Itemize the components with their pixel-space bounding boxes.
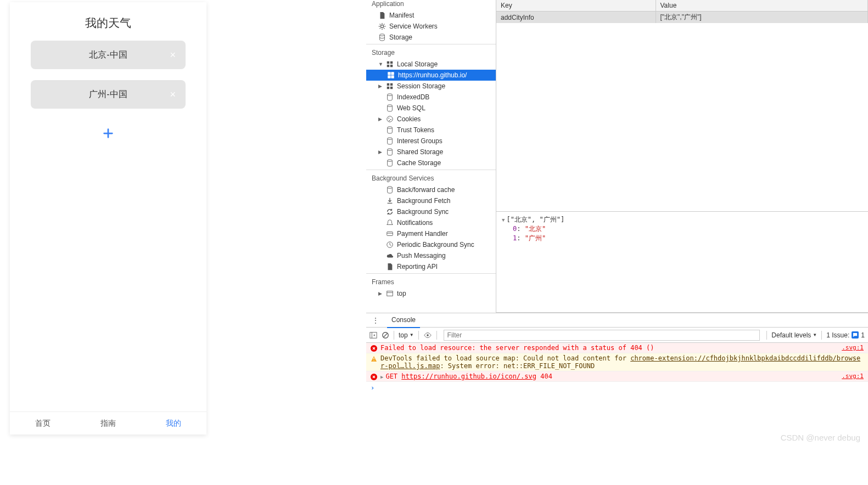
- tree-item-reporting-api[interactable]: Reporting API: [366, 261, 496, 272]
- clear-console-icon[interactable]: [382, 331, 389, 339]
- tree-item-cookies[interactable]: ▶ Cookies: [366, 114, 496, 125]
- svg-point-24: [388, 187, 393, 189]
- add-city-button[interactable]: [31, 127, 186, 141]
- city-card[interactable]: 广州-中国 ×: [31, 80, 186, 109]
- city-card[interactable]: 北京-中国 ×: [31, 41, 186, 69]
- tree-item-trust-tokens[interactable]: Trust Tokens: [366, 125, 496, 136]
- section-frames: Frames: [366, 275, 496, 288]
- svg-point-0: [380, 25, 383, 27]
- close-icon[interactable]: ×: [170, 89, 176, 99]
- storage-table-view: Key Value addCityInfo ["北京","广州"]: [496, 0, 868, 212]
- svg-rect-7: [391, 72, 394, 75]
- tab-console[interactable]: Console: [387, 313, 420, 328]
- database-icon: [378, 33, 386, 41]
- svg-rect-8: [388, 76, 390, 78]
- section-storage: Storage: [366, 46, 496, 59]
- tree-item-interest-groups[interactable]: Interest Groups: [366, 136, 496, 146]
- svg-rect-4: [387, 65, 389, 67]
- chevron-right-icon[interactable]: ▶: [380, 374, 383, 380]
- chevron-down-icon: ▼: [410, 332, 414, 337]
- log-row-error[interactable]: Failed to load resource: the server resp…: [366, 343, 868, 353]
- tree-item-service-workers[interactable]: Service Workers: [366, 21, 496, 32]
- tree-item-periodic-bg-sync[interactable]: Periodic Background Sync: [366, 239, 496, 250]
- close-icon[interactable]: ×: [170, 50, 176, 60]
- svg-point-15: [388, 105, 393, 107]
- database-icon: [386, 104, 394, 112]
- svg-rect-27: [387, 291, 393, 296]
- database-icon: [386, 148, 394, 156]
- tree-item-cache-storage[interactable]: Cache Storage: [366, 157, 496, 168]
- svg-point-30: [427, 334, 429, 336]
- request-url-link[interactable]: https://runhuo.github.io/icon/.svg: [401, 373, 536, 380]
- svg-point-17: [388, 117, 389, 119]
- log-message: ▶GET https://runhuo.github.io/icon/.svg …: [380, 373, 838, 380]
- eye-icon[interactable]: [423, 331, 432, 339]
- tree-item-push-messaging[interactable]: Push Messaging: [366, 250, 496, 261]
- tree-item-bg-sync[interactable]: Background Sync: [366, 206, 496, 217]
- svg-point-20: [388, 127, 393, 129]
- city-list: 北京-中国 × 广州-中国 ×: [10, 41, 206, 411]
- bell-icon: [386, 219, 394, 227]
- col-key[interactable]: Key: [496, 0, 656, 12]
- fetch-icon: [386, 197, 394, 205]
- log-row-warning[interactable]: DevTools failed to load source map: Coul…: [366, 353, 868, 371]
- document-icon: [378, 12, 386, 19]
- cell-key: addCityInfo: [496, 12, 656, 24]
- tree-item-notifications[interactable]: Notifications: [366, 217, 496, 228]
- svg-point-23: [388, 160, 393, 162]
- card-icon: [386, 230, 394, 238]
- svg-point-1: [380, 34, 385, 36]
- tree-item-payment-handler[interactable]: Payment Handler: [366, 228, 496, 239]
- tree-item-frame-top[interactable]: ▶ top: [366, 288, 496, 299]
- section-background-services: Background Services: [366, 171, 496, 184]
- tree-item-session-storage[interactable]: ▶ Session Storage: [366, 81, 496, 92]
- chevron-down-icon[interactable]: ▼: [502, 217, 505, 223]
- error-icon: [371, 374, 377, 380]
- chevron-right-icon: ▶: [378, 83, 383, 89]
- col-value[interactable]: Value: [656, 0, 868, 12]
- page-title: 我的天气: [10, 2, 206, 41]
- tree-item-storage[interactable]: Storage: [366, 32, 496, 43]
- svg-point-14: [388, 94, 393, 96]
- kebab-icon[interactable]: ⋮: [369, 316, 382, 325]
- log-levels-selector[interactable]: Default levels▼: [771, 331, 817, 339]
- tree-item-bfcache[interactable]: Back/forward cache: [366, 184, 496, 195]
- tree-item-shared-storage[interactable]: ▶ Shared Storage: [366, 146, 496, 157]
- error-icon: [371, 345, 377, 352]
- tree-item-local-storage[interactable]: ▼ Local Storage: [366, 59, 496, 70]
- svg-point-21: [388, 138, 393, 140]
- svg-point-16: [387, 116, 393, 122]
- svg-rect-10: [387, 83, 389, 86]
- tree-item-local-storage-origin[interactable]: https://runhuo.github.io/: [366, 70, 496, 81]
- chevron-right-icon: ▶: [378, 149, 383, 155]
- filter-input[interactable]: [444, 330, 760, 341]
- database-icon: [386, 126, 394, 134]
- warning-icon: [371, 356, 377, 362]
- tab-guide[interactable]: 指南: [75, 412, 141, 435]
- grid-icon: [387, 71, 395, 79]
- tree-item-indexeddb[interactable]: IndexedDB: [366, 92, 496, 103]
- log-message: DevTools failed to load source map: Coul…: [380, 354, 864, 370]
- issues-badge[interactable]: 1 Issue: 1: [826, 331, 865, 339]
- cookie-icon: [386, 115, 394, 123]
- database-icon: [386, 137, 394, 145]
- context-selector[interactable]: top▼: [399, 331, 414, 339]
- storage-table[interactable]: Key Value addCityInfo ["北京","广州"]: [496, 0, 868, 23]
- tree-item-bg-fetch[interactable]: Background Fetch: [366, 195, 496, 206]
- devtools-application-sidebar: Application Manifest Service Workers Sto…: [366, 0, 496, 313]
- tab-mine[interactable]: 我的: [141, 412, 206, 435]
- chevron-down-icon: ▼: [378, 61, 383, 67]
- section-application: Application: [366, 0, 496, 10]
- tree-item-websql[interactable]: Web SQL: [366, 103, 496, 114]
- tab-home[interactable]: 首页: [10, 412, 75, 435]
- table-row[interactable]: addCityInfo ["北京","广州"]: [496, 12, 868, 24]
- cloud-icon: [386, 252, 394, 260]
- chevron-right-icon: ▶: [378, 291, 383, 296]
- console-prompt-icon[interactable]: ›: [366, 382, 868, 394]
- log-row-error[interactable]: ▶GET https://runhuo.github.io/icon/.svg …: [366, 371, 868, 382]
- sidebar-toggle-icon[interactable]: [369, 331, 377, 339]
- chevron-right-icon: ▶: [378, 116, 383, 122]
- console-tabs: ⋮ Console: [366, 313, 868, 328]
- tree-item-manifest[interactable]: Manifest: [366, 10, 496, 21]
- console-panel: ⋮ Console top▼ Default levels▼ 1 Issue: …: [366, 313, 868, 485]
